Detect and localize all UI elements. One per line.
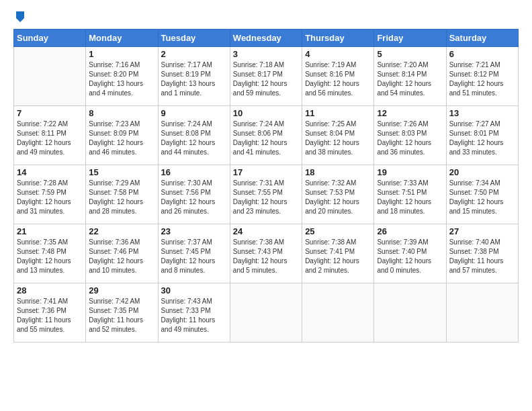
day-number: 11 [305, 108, 371, 118]
calendar-cell: 14Sunrise: 7:28 AMSunset: 7:59 PMDayligh… [14, 165, 86, 224]
calendar-cell: 10Sunrise: 7:24 AMSunset: 8:06 PMDayligh… [230, 106, 302, 165]
day-number: 14 [17, 167, 83, 177]
calendar-cell: 1Sunrise: 7:16 AMSunset: 8:20 PMDaylight… [86, 47, 158, 106]
day-number: 25 [305, 226, 371, 236]
calendar-week-5: 28Sunrise: 7:41 AMSunset: 7:36 PMDayligh… [14, 283, 519, 342]
calendar-cell: 12Sunrise: 7:26 AMSunset: 8:03 PMDayligh… [374, 106, 446, 165]
day-number: 15 [89, 167, 154, 177]
day-number: 20 [449, 167, 515, 177]
day-info: Sunrise: 7:29 AMSunset: 7:58 PMDaylight:… [89, 179, 154, 216]
day-number: 23 [161, 226, 227, 236]
calendar-cell: 9Sunrise: 7:24 AMSunset: 8:08 PMDaylight… [158, 106, 230, 165]
day-info: Sunrise: 7:36 AMSunset: 7:46 PMDaylight:… [89, 238, 154, 275]
day-info: Sunrise: 7:38 AMSunset: 7:41 PMDaylight:… [305, 238, 371, 275]
day-info: Sunrise: 7:37 AMSunset: 7:45 PMDaylight:… [161, 238, 227, 275]
day-number: 19 [377, 167, 443, 177]
day-number: 13 [449, 108, 515, 118]
calendar-cell: 29Sunrise: 7:42 AMSunset: 7:35 PMDayligh… [86, 283, 158, 342]
day-info: Sunrise: 7:24 AMSunset: 8:06 PMDaylight:… [233, 120, 299, 157]
calendar-cell: 25Sunrise: 7:38 AMSunset: 7:41 PMDayligh… [302, 224, 374, 283]
calendar-cell: 13Sunrise: 7:27 AMSunset: 8:01 PMDayligh… [446, 106, 518, 165]
calendar-header-tuesday: Tuesday [158, 30, 230, 47]
day-info: Sunrise: 7:24 AMSunset: 8:08 PMDaylight:… [161, 120, 227, 157]
calendar-header-row: SundayMondayTuesdayWednesdayThursdayFrid… [14, 30, 519, 47]
calendar-cell: 8Sunrise: 7:23 AMSunset: 8:09 PMDaylight… [86, 106, 158, 165]
day-info: Sunrise: 7:34 AMSunset: 7:50 PMDaylight:… [449, 179, 515, 216]
calendar-header-friday: Friday [374, 30, 446, 47]
calendar-cell [230, 283, 302, 342]
calendar-week-1: 1Sunrise: 7:16 AMSunset: 8:20 PMDaylight… [14, 47, 519, 106]
day-info: Sunrise: 7:20 AMSunset: 8:14 PMDaylight:… [377, 60, 443, 98]
calendar-cell: 5Sunrise: 7:20 AMSunset: 8:14 PMDaylight… [374, 47, 446, 106]
calendar-cell: 18Sunrise: 7:32 AMSunset: 7:53 PMDayligh… [302, 165, 374, 224]
calendar-cell: 3Sunrise: 7:18 AMSunset: 8:17 PMDaylight… [230, 47, 302, 106]
calendar-header-monday: Monday [86, 30, 158, 47]
calendar-week-2: 7Sunrise: 7:22 AMSunset: 8:11 PMDaylight… [14, 106, 519, 165]
day-info: Sunrise: 7:30 AMSunset: 7:56 PMDaylight:… [161, 179, 227, 216]
day-info: Sunrise: 7:35 AMSunset: 7:48 PMDaylight:… [17, 238, 83, 275]
day-number: 29 [89, 285, 154, 295]
calendar-cell: 7Sunrise: 7:22 AMSunset: 8:11 PMDaylight… [14, 106, 86, 165]
calendar-header-thursday: Thursday [302, 30, 374, 47]
calendar-header-saturday: Saturday [446, 30, 518, 47]
day-info: Sunrise: 7:33 AMSunset: 7:51 PMDaylight:… [377, 179, 443, 216]
day-info: Sunrise: 7:32 AMSunset: 7:53 PMDaylight:… [305, 179, 371, 216]
calendar-cell: 24Sunrise: 7:38 AMSunset: 7:43 PMDayligh… [230, 224, 302, 283]
calendar-cell: 22Sunrise: 7:36 AMSunset: 7:46 PMDayligh… [86, 224, 158, 283]
day-info: Sunrise: 7:38 AMSunset: 7:43 PMDaylight:… [233, 238, 299, 275]
calendar-header-wednesday: Wednesday [230, 30, 302, 47]
logo [13, 10, 26, 24]
calendar-cell: 19Sunrise: 7:33 AMSunset: 7:51 PMDayligh… [374, 165, 446, 224]
logo-icon [15, 10, 26, 24]
calendar-cell: 27Sunrise: 7:40 AMSunset: 7:38 PMDayligh… [446, 224, 518, 283]
calendar-cell: 2Sunrise: 7:17 AMSunset: 8:19 PMDaylight… [158, 47, 230, 106]
calendar-cell: 30Sunrise: 7:43 AMSunset: 7:33 PMDayligh… [158, 283, 230, 342]
calendar-table: SundayMondayTuesdayWednesdayThursdayFrid… [13, 29, 519, 342]
day-info: Sunrise: 7:18 AMSunset: 8:17 PMDaylight:… [233, 60, 299, 98]
day-number: 24 [233, 226, 299, 236]
calendar-header-sunday: Sunday [14, 30, 86, 47]
day-number: 6 [449, 49, 515, 59]
calendar-week-4: 21Sunrise: 7:35 AMSunset: 7:48 PMDayligh… [14, 224, 519, 283]
day-info: Sunrise: 7:19 AMSunset: 8:16 PMDaylight:… [305, 60, 371, 98]
day-number: 18 [305, 167, 371, 177]
day-info: Sunrise: 7:27 AMSunset: 8:01 PMDaylight:… [449, 120, 515, 157]
page: SundayMondayTuesdayWednesdayThursdayFrid… [0, 0, 532, 411]
calendar-cell: 11Sunrise: 7:25 AMSunset: 8:04 PMDayligh… [302, 106, 374, 165]
day-info: Sunrise: 7:17 AMSunset: 8:19 PMDaylight:… [161, 60, 227, 98]
calendar-cell: 15Sunrise: 7:29 AMSunset: 7:58 PMDayligh… [86, 165, 158, 224]
day-info: Sunrise: 7:41 AMSunset: 7:36 PMDaylight:… [17, 297, 83, 334]
day-info: Sunrise: 7:42 AMSunset: 7:35 PMDaylight:… [89, 297, 154, 334]
day-info: Sunrise: 7:22 AMSunset: 8:11 PMDaylight:… [17, 120, 83, 157]
day-number: 26 [377, 226, 443, 236]
day-number: 5 [377, 49, 443, 59]
day-number: 21 [17, 226, 83, 236]
day-number: 10 [233, 108, 299, 118]
calendar-cell: 26Sunrise: 7:39 AMSunset: 7:40 PMDayligh… [374, 224, 446, 283]
day-info: Sunrise: 7:21 AMSunset: 8:12 PMDaylight:… [449, 60, 515, 98]
day-number: 17 [233, 167, 299, 177]
calendar-cell: 6Sunrise: 7:21 AMSunset: 8:12 PMDaylight… [446, 47, 518, 106]
day-number: 27 [449, 226, 515, 236]
day-number: 2 [161, 49, 227, 59]
day-number: 9 [161, 108, 227, 118]
day-info: Sunrise: 7:28 AMSunset: 7:59 PMDaylight:… [17, 179, 83, 216]
day-number: 16 [161, 167, 227, 177]
calendar-cell: 20Sunrise: 7:34 AMSunset: 7:50 PMDayligh… [446, 165, 518, 224]
calendar-cell: 17Sunrise: 7:31 AMSunset: 7:55 PMDayligh… [230, 165, 302, 224]
calendar-cell [14, 47, 86, 106]
calendar-cell [302, 283, 374, 342]
day-info: Sunrise: 7:31 AMSunset: 7:55 PMDaylight:… [233, 179, 299, 216]
day-number: 28 [17, 285, 83, 295]
day-info: Sunrise: 7:16 AMSunset: 8:20 PMDaylight:… [89, 60, 154, 98]
day-info: Sunrise: 7:23 AMSunset: 8:09 PMDaylight:… [89, 120, 154, 157]
day-info: Sunrise: 7:39 AMSunset: 7:40 PMDaylight:… [377, 238, 443, 275]
calendar-cell: 4Sunrise: 7:19 AMSunset: 8:16 PMDaylight… [302, 47, 374, 106]
header [13, 10, 519, 24]
calendar-cell [446, 283, 518, 342]
day-number: 8 [89, 108, 154, 118]
calendar-cell: 23Sunrise: 7:37 AMSunset: 7:45 PMDayligh… [158, 224, 230, 283]
day-number: 4 [305, 49, 371, 59]
calendar-cell: 16Sunrise: 7:30 AMSunset: 7:56 PMDayligh… [158, 165, 230, 224]
calendar-cell: 28Sunrise: 7:41 AMSunset: 7:36 PMDayligh… [14, 283, 86, 342]
